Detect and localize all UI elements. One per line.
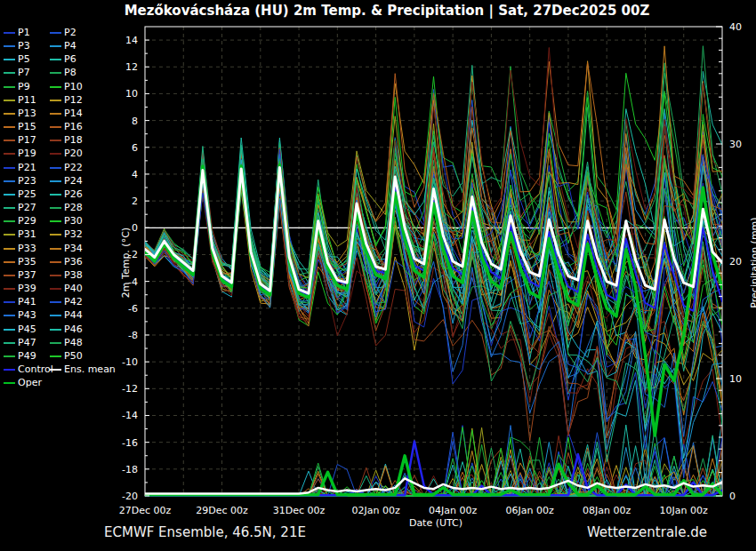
x-axis-title: Date (UTC) <box>391 517 480 529</box>
temp-tick-label: -20 <box>122 491 138 502</box>
date-tick-label: 10Jan 00z <box>660 505 708 516</box>
precip-tick-label: 20 <box>729 256 742 268</box>
date-tick-label: 27Dec 00z <box>119 505 172 516</box>
temp-tick-label: -12 <box>122 383 138 395</box>
date-tick-label: 31Dec 00z <box>273 505 326 516</box>
temp-tick-label: 0 <box>132 222 138 234</box>
date-tick-label: 06Jan 00z <box>506 505 554 516</box>
temp-tick-label: -14 <box>122 410 138 421</box>
precip-tick-label: 0 <box>729 491 736 502</box>
temp-tick-label: 10 <box>125 88 138 100</box>
temp-tick-label: -6 <box>128 303 138 315</box>
data-lines <box>145 46 722 496</box>
temp-tick-label: 14 <box>125 35 138 46</box>
temp-tick-label: -2 <box>128 249 138 260</box>
temp-tick-label: 8 <box>132 116 138 127</box>
temp-tick-label: -16 <box>122 437 138 449</box>
temp-tick-label: -8 <box>128 330 138 341</box>
temp-tick-label: 6 <box>132 142 138 154</box>
chart-canvas: 14121086420-2-4-6-8-10-12-14-16-18-20010… <box>0 0 756 551</box>
date-tick-label: 04Jan 00z <box>429 505 477 516</box>
date-tick-label: 08Jan 00z <box>583 505 631 516</box>
precip-tick-label: 30 <box>729 139 742 150</box>
date-tick-label: 29Dec 00z <box>196 505 248 516</box>
footer-model-info: ECMWF Ensemble, 46.5N, 21E <box>104 524 306 540</box>
footer-brand: Wetterzentrale.de <box>587 524 707 540</box>
precip-tick-label: 10 <box>729 373 742 385</box>
temp-tick-label: 12 <box>125 61 138 73</box>
temp-tick-label: 2 <box>132 196 138 207</box>
precip-tick-label: 40 <box>729 21 742 33</box>
temp-tick-label: -10 <box>122 356 138 368</box>
meteogram-window: Mezőkovácsháza (HU) 2m Temp. & Precipita… <box>0 0 756 551</box>
temp-tick-label: -4 <box>128 276 138 288</box>
temp-tick-label: 4 <box>132 169 138 180</box>
date-tick-label: 02Jan 00z <box>351 505 399 516</box>
temp-tick-label: -18 <box>122 464 138 475</box>
